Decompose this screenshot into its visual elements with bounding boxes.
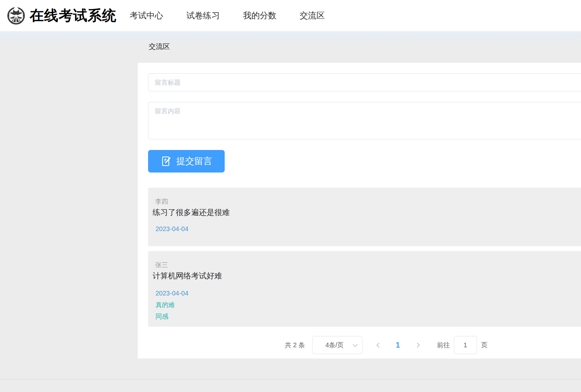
message-card: 张三 计算机网络考试好难 2023-04-04 真的难 同感 — [148, 251, 581, 327]
goto-page-input[interactable] — [454, 336, 477, 354]
prev-page-button[interactable] — [377, 342, 382, 348]
page-size-value: 4条/页 — [325, 341, 344, 350]
page-size-select[interactable]: 4条/页 — [312, 336, 362, 354]
message-board-panel: 提交留言 李四 练习了很多遍还是很难 2023-04-04 张三 计算机网络考试… — [138, 63, 581, 359]
message-title: 计算机网络考试好难 — [153, 271, 222, 281]
nav-item-exam-center[interactable]: 考试中心 — [130, 10, 163, 21]
app-title: 在线考试系统 — [30, 6, 117, 25]
submit-button-label: 提交留言 — [176, 155, 212, 167]
message-reply: 真的难 — [155, 301, 175, 309]
header-gradient-band — [0, 31, 581, 46]
nav-item-forum[interactable]: 交流区 — [300, 10, 325, 21]
logo-icon — [6, 5, 26, 26]
header: 在线考试系统 考试中心 试卷练习 我的分数 交流区 — [0, 0, 581, 31]
footer-divider — [0, 379, 581, 379]
message-author: 张三 — [155, 261, 168, 269]
pagination: 共 2 条 4条/页 1 前往 页 — [285, 336, 488, 354]
message-card: 李四 练习了很多遍还是很难 2023-04-04 — [148, 188, 581, 246]
chevron-down-icon — [353, 342, 358, 347]
main-nav: 考试中心 试卷练习 我的分数 交流区 — [130, 0, 348, 31]
app-window: 在线考试系统 考试中心 试卷练习 我的分数 交流区 交流区 提交留言 李四 练习 — [0, 0, 581, 392]
pagination-total: 共 2 条 — [285, 341, 305, 350]
header-brand[interactable]: 在线考试系统 — [6, 0, 117, 31]
goto-label: 前往 — [437, 341, 450, 350]
edit-outline-icon — [161, 155, 172, 167]
message-date: 2023-04-04 — [155, 290, 188, 297]
next-page-button[interactable] — [415, 342, 420, 348]
message-reply: 同感 — [155, 312, 168, 321]
message-title: 练习了很多遍还是很难 — [153, 207, 230, 218]
page-unit-label: 页 — [481, 341, 488, 350]
nav-item-my-scores[interactable]: 我的分数 — [243, 10, 276, 21]
message-title-input[interactable] — [148, 73, 581, 91]
nav-item-paper-practice[interactable]: 试卷练习 — [186, 10, 220, 21]
submit-message-button[interactable]: 提交留言 — [148, 150, 225, 173]
message-author: 李四 — [155, 197, 168, 206]
message-content-textarea[interactable] — [148, 102, 581, 139]
page-title: 交流区 — [149, 42, 170, 51]
page-number-1[interactable]: 1 — [396, 341, 400, 350]
message-date: 2023-04-04 — [155, 225, 188, 233]
